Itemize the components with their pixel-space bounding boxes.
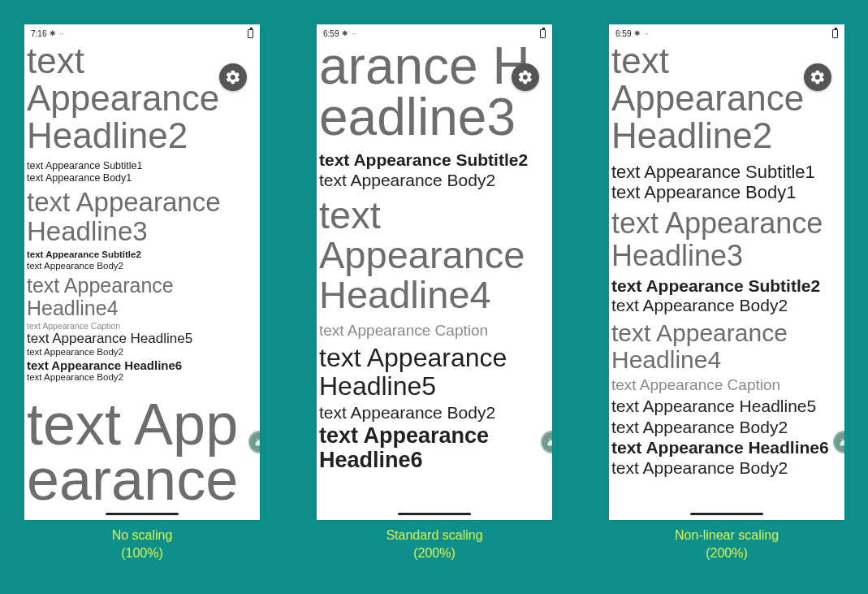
status-bar: 7:16 ✱ ·· (24, 24, 260, 42)
android-icon (546, 438, 552, 446)
gear-icon: ✱ (50, 29, 56, 37)
caption-line: (200%) (317, 544, 552, 562)
settings-fab[interactable] (804, 63, 831, 91)
dots-icon: ·· (644, 29, 648, 37)
text-sample: text Appearance Headline5 (319, 344, 552, 401)
text-sample: text Appearance Body1 (27, 172, 260, 184)
text-sample: text Appearance Headline3 (611, 207, 844, 271)
text-sample: text Appearance Subtitle2 (319, 150, 552, 170)
battery-icon (540, 29, 546, 38)
text-samples: text Appearance Headline2text Appearance… (24, 42, 260, 520)
text-sample: text App earance (27, 397, 260, 508)
settings-fab[interactable] (219, 63, 247, 91)
text-sample: text Appearance Body2 (27, 347, 260, 358)
panel-caption: Non-linear scaling (200%) (609, 527, 844, 561)
text-sample: text Appearance Caption (27, 321, 260, 332)
text-sample: text Appearance Headline5 (611, 396, 844, 416)
caption-line: (200%) (609, 544, 844, 562)
text-sample: text Appearance Body2 (611, 417, 844, 437)
text-sample: text Appearance Body2 (611, 457, 844, 478)
text-sample: text Appearance Body1 (611, 182, 844, 202)
text-sample: text Appearance Headline6 (27, 358, 260, 372)
android-icon (253, 438, 260, 446)
text-sample: text Appearance Headline4 (319, 195, 552, 315)
text-sample: text Appearance Body2 (27, 261, 260, 272)
status-time: 6:59 (615, 29, 631, 38)
status-bar: 6:59 ✱ ·· (609, 24, 844, 42)
gear-icon: ✱ (342, 29, 348, 37)
status-bar: 6:59 ✱ ·· (317, 24, 552, 42)
status-time: 6:59 (323, 29, 339, 38)
text-sample: text Appearance Body2 (611, 296, 844, 315)
dots-icon: ·· (352, 29, 356, 37)
text-sample: text Appearance Headline6 (611, 437, 844, 457)
text-sample: text Appearance Caption (319, 322, 552, 340)
text-sample: text Appearance Body2 (319, 171, 552, 190)
phone-screen: 6:59 ✱ ·· text Appearance Headline2text … (609, 24, 844, 520)
caption-line: Standard scaling (317, 527, 552, 544)
panel-caption: No scaling (100%) (24, 527, 260, 561)
caption-line: (100%) (24, 544, 260, 562)
text-sample: text Appearance Subtitle1 (27, 160, 260, 172)
text-sample: text Appearance Body2 (27, 372, 260, 384)
text-sample: text Appearance Headline4 (611, 319, 844, 373)
text-sample: text Appearance Headline6 (319, 424, 552, 472)
phone-screen: 6:59 ✱ ·· arance H eadline3text Appearan… (317, 24, 552, 520)
gear-icon (517, 69, 533, 85)
gear-icon: ✱ (634, 29, 641, 37)
gear-icon (810, 69, 826, 85)
phone-screen: 7:16 ✱ ·· text Appearance Headline2text … (24, 24, 260, 520)
battery-icon (248, 29, 253, 38)
settings-fab[interactable] (512, 63, 539, 91)
text-sample: text Appearance Caption (611, 376, 844, 395)
panel-no-scaling: 7:16 ✱ ·· text Appearance Headline2text … (24, 24, 268, 520)
text-samples: text Appearance Headline2text Appearance… (609, 42, 844, 520)
text-sample: text Appearance Subtitle2 (611, 276, 844, 296)
panel-nonlinear-scaling: 6:59 ✱ ·· text Appearance Headline2text … (609, 24, 853, 520)
dots-icon: ·· (59, 29, 63, 37)
text-sample: arance H eadline3 (319, 42, 552, 142)
nav-handle[interactable] (106, 513, 179, 515)
gear-icon (225, 69, 241, 85)
text-sample: text Appearance Headline2 (27, 42, 260, 155)
nav-handle[interactable] (690, 513, 763, 515)
text-sample: text Appearance Headline4 (27, 274, 260, 319)
text-sample: text Appearance Headline5 (27, 331, 260, 347)
caption-line: Non-linear scaling (609, 527, 844, 544)
text-sample: text Appearance Subtitle1 (611, 162, 844, 182)
caption-line: No scaling (24, 527, 260, 544)
nav-handle[interactable] (398, 513, 471, 515)
battery-icon (832, 29, 838, 38)
status-time: 7:16 (31, 29, 46, 38)
text-samples: arance H eadline3text Appearance Subtitl… (317, 42, 552, 520)
text-sample: text Appearance Body2 (319, 402, 552, 423)
panel-standard-scaling: 6:59 ✱ ·· arance H eadline3text Appearan… (317, 24, 560, 520)
text-sample: text Appearance Headline3 (27, 188, 260, 247)
text-sample: text Appearance Subtitle2 (27, 249, 260, 261)
panel-caption: Standard scaling (200%) (317, 527, 552, 561)
comparison-stage: 7:16 ✱ ·· text Appearance Headline2text … (0, 0, 868, 594)
text-sample: text Appearance Headline2 (611, 42, 844, 155)
android-icon (838, 438, 844, 446)
